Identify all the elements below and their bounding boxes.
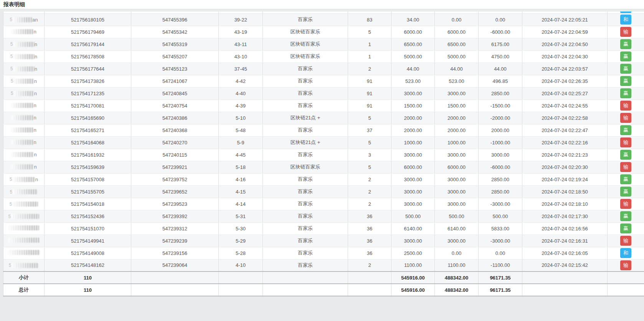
order-no-cell: 521754164068 xyxy=(45,136,131,149)
username-cell: 5n xyxy=(3,38,45,50)
bet-count-cell: 5 xyxy=(348,26,391,38)
username-cell xyxy=(3,247,45,259)
table-row: n5217541652715472403685-48百家乐372000.0020… xyxy=(3,124,644,136)
redacted-username xyxy=(12,17,32,22)
bet-time-cell: 2024-07-24 02:21:23 xyxy=(522,149,608,161)
game-name-cell: 百家乐 xyxy=(263,259,348,271)
table-seat-cell: 4-40 xyxy=(219,87,263,99)
valid-amount-cell: 1100.00 xyxy=(435,259,479,271)
username-visible-prefix: 5 xyxy=(10,202,12,207)
username-visible-suffix: n xyxy=(34,78,37,84)
redacted-username xyxy=(13,91,34,96)
valid-amount-cell: 3000.00 xyxy=(435,235,479,247)
win-loss-cell: -3000.00 xyxy=(479,235,522,247)
bet-amount-cell: 3000.00 xyxy=(391,87,435,99)
win-loss-cell: -3000.00 xyxy=(479,198,522,210)
redacted-username xyxy=(13,42,35,47)
game-name-cell: 区块链21点 + xyxy=(263,112,348,124)
redacted-username xyxy=(13,66,35,71)
round-no-cell: 547455207 xyxy=(131,50,219,63)
report-table-body: 5an52175618010554745539639-22百家乐8334.000… xyxy=(3,12,644,296)
game-name-cell: 百家乐 xyxy=(263,63,348,75)
order-no-cell: 521754155705 xyxy=(45,185,131,198)
order-no-cell: 521754165271 xyxy=(45,124,131,136)
round-no-cell: 547239239 xyxy=(131,235,219,247)
win-loss-cell: -1500.00 xyxy=(479,99,522,112)
win-loss-cell: 4750.00 xyxy=(479,50,522,63)
table-seat-cell: 4-39 xyxy=(219,99,263,112)
bet-amount-cell: 3000.00 xyxy=(391,149,435,161)
total-valid-amount: 488342.00 xyxy=(435,284,479,296)
status-badge-lose: 输 xyxy=(620,27,631,37)
win-loss-cell: -1000.00 xyxy=(479,136,522,149)
valid-amount-cell: 1500.00 xyxy=(435,99,479,112)
username-visible-suffix: n xyxy=(34,164,36,170)
table-row: 5n5217541738265472410674-42百家乐91523.0052… xyxy=(3,75,644,87)
bet-count-cell: 37 xyxy=(348,124,391,136)
username-visible-suffix: n xyxy=(33,103,36,108)
table-seat-cell: 39-22 xyxy=(219,13,263,26)
order-no-cell: 521756179469 xyxy=(45,26,131,38)
win-loss-cell: -1100.00 xyxy=(479,259,522,271)
round-no-cell: 547239921 xyxy=(131,161,219,173)
bet-amount-cell: 1500.00 xyxy=(391,99,435,112)
bet-time-cell: 2024-07-24 02:20:30 xyxy=(522,161,608,173)
win-loss-cell: 0.00 xyxy=(479,247,522,259)
username-visible-prefix: 5 xyxy=(11,78,13,84)
redacted-username xyxy=(13,79,34,84)
valid-amount-cell: 3000.00 xyxy=(435,173,479,185)
bet-amount-cell: 6140.00 xyxy=(391,222,435,235)
username-visible-suffix: an xyxy=(32,17,38,23)
win-loss-cell: 3000.00 xyxy=(479,149,522,161)
win-loss-cell: 2000.00 xyxy=(479,124,522,136)
table-row: n5217541619325472401154-45百家乐33000.00300… xyxy=(3,149,644,161)
round-no-cell: 547240386 xyxy=(131,112,219,124)
order-no-cell: 521754161932 xyxy=(45,149,131,161)
status-badge-win: 赢 xyxy=(620,150,631,160)
table-row: 5n5217541712355472408454-40百家乐913000.003… xyxy=(3,87,644,99)
subtotal-count: 110 xyxy=(45,271,131,284)
order-no-cell: 521756180105 xyxy=(45,13,131,26)
bet-count-cell: 2 xyxy=(348,63,391,75)
win-loss-cell: -6000.00 xyxy=(479,161,522,173)
bet-amount-cell: 523.00 xyxy=(391,75,435,87)
round-no-cell: 547239156 xyxy=(131,247,219,259)
round-no-cell: 547240754 xyxy=(131,99,219,112)
table-seat-cell: 5-18 xyxy=(219,161,263,173)
table-seat-cell: 43-11 xyxy=(219,38,263,50)
username-visible-prefix: 5 xyxy=(10,66,13,71)
subtotal-row: 小计 110 545916.00 488342.00 96171.35 xyxy=(3,271,644,284)
report-table: 5an52175618010554745539639-22百家乐8334.000… xyxy=(3,12,644,296)
bet-time-cell: 2024-07-24 02:22:58 xyxy=(522,112,608,124)
table-seat-cell: 5-28 xyxy=(219,247,263,259)
username-cell: 5n xyxy=(3,63,45,75)
status-cell: 输 xyxy=(608,198,644,210)
table-seat-cell: 5-48 xyxy=(219,124,263,136)
bet-time-cell: 2024-07-24 02:16:05 xyxy=(522,247,608,259)
username-cell: n xyxy=(3,161,45,173)
status-badge-lose: 输 xyxy=(620,162,631,172)
order-no-cell: 521754149941 xyxy=(45,235,131,247)
username-visible-suffix: n xyxy=(34,91,37,96)
status-cell: 输 xyxy=(608,99,644,112)
bet-time-cell: 2024-07-24 22:03:57 xyxy=(522,63,608,75)
total-row: 总计 110 545916.00 488342.00 96171.35 xyxy=(3,284,644,296)
bet-time-cell: 2024-07-24 22:04:50 xyxy=(522,38,608,50)
bet-count-cell: 91 xyxy=(348,87,391,99)
table-seat-cell: 5-9 xyxy=(219,136,263,149)
game-name-cell: 百家乐 xyxy=(263,99,348,112)
username-cell: n xyxy=(3,136,45,149)
status-badge-lose: 输 xyxy=(620,137,631,147)
game-name-cell: 百家乐 xyxy=(263,185,348,198)
win-loss-cell: 44.00 xyxy=(479,63,522,75)
game-name-cell: 区块链百家乐 xyxy=(263,38,348,50)
table-seat-cell: 4-45 xyxy=(219,149,263,161)
order-no-cell: 521754173826 xyxy=(45,75,131,87)
bet-time-cell: 2024-07-24 02:18:50 xyxy=(522,185,608,198)
table-seat-cell: 5-29 xyxy=(219,235,263,247)
table-row: 5217541499415472392395-29百家乐363000.00300… xyxy=(3,235,644,247)
redacted-username xyxy=(11,263,39,268)
valid-amount-cell: 6500.00 xyxy=(435,38,479,50)
order-no-cell: 521754157008 xyxy=(45,173,131,185)
game-name-cell: 百家乐 xyxy=(263,173,348,185)
